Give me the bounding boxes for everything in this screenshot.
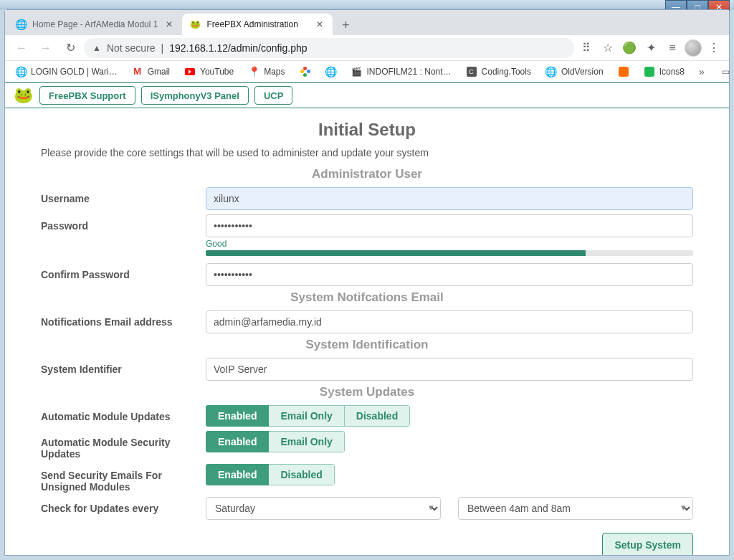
- setup-system-button[interactable]: Setup System: [602, 533, 693, 555]
- page-title: Initial Setup: [41, 120, 693, 140]
- coding-tools-icon: C: [466, 66, 477, 77]
- freepbx-logo-icon: 🐸: [12, 85, 34, 106]
- bookmark-item[interactable]: Icons8: [638, 63, 690, 80]
- row-password: Password Good: [41, 214, 693, 259]
- notification-email-input[interactable]: [206, 310, 693, 333]
- label-auto-module-updates: Automatic Module Updates: [41, 405, 206, 422]
- site-icon: [618, 66, 629, 77]
- colorful-icon: [300, 66, 311, 77]
- bookmark-label: Maps: [264, 67, 285, 77]
- toggle-option-enabled[interactable]: Enabled: [206, 405, 269, 427]
- system-identifier-input[interactable]: [206, 358, 693, 381]
- chrome-menu-button[interactable]: ⋮: [705, 39, 723, 57]
- bookmark-item[interactable]: MGmail: [126, 63, 176, 80]
- gmail-icon: M: [132, 66, 143, 77]
- security-status: Not secure: [107, 42, 156, 54]
- username-input[interactable]: [206, 187, 693, 210]
- page-content: Initial Setup Please provide the core se…: [5, 108, 729, 555]
- bookmark-item[interactable]: 🎬INDOFILM21 : Nont…: [345, 63, 457, 80]
- submit-row: Setup System: [41, 533, 693, 555]
- label-confirm-password: Confirm Password: [41, 263, 206, 280]
- insecure-icon: ▲: [92, 43, 101, 53]
- toggle-option-disabled[interactable]: Disabled: [269, 464, 334, 485]
- row-username: Username: [41, 187, 693, 210]
- tab-title: FreePBX Administration: [206, 19, 308, 29]
- nav-back-button[interactable]: ←: [11, 37, 32, 59]
- bookmark-item[interactable]: 🌐OldVersion: [540, 63, 609, 80]
- app-header: 🐸 FreePBX Support ISymphonyV3 Panel UCP: [5, 82, 729, 108]
- translate-icon[interactable]: ⠿: [577, 39, 596, 57]
- maps-pin-icon: 📍: [248, 66, 259, 77]
- icons8-icon: [644, 66, 655, 77]
- bookmark-label: LOGIN GOLD | Wari…: [31, 67, 118, 77]
- globe-icon: 🌐: [325, 66, 337, 77]
- toggle-option-enabled[interactable]: Enabled: [206, 464, 269, 485]
- nav-forward-button[interactable]: →: [35, 37, 57, 59]
- bookmarks-overflow-button[interactable]: »: [693, 63, 710, 80]
- password-strength-meter: [206, 250, 693, 256]
- extensions-puzzle-icon[interactable]: ✦: [642, 39, 660, 57]
- playlist-icon[interactable]: ≡: [663, 39, 682, 57]
- check-day-select[interactable]: Saturday: [206, 497, 441, 520]
- bookmark-item[interactable]: 🌐LOGIN GOLD | Wari…: [9, 63, 123, 80]
- toggle-option-disabled[interactable]: Disabled: [345, 405, 410, 427]
- reading-list-icon: ▭: [722, 67, 730, 77]
- page-viewport[interactable]: 🐸 FreePBX Support ISymphonyV3 Panel UCP …: [5, 82, 729, 555]
- bookmark-item[interactable]: [294, 63, 317, 80]
- url-separator: |: [161, 42, 164, 54]
- bookmark-item[interactable]: 🌐: [320, 63, 343, 80]
- row-notification-email: Notifications Email address: [41, 310, 693, 333]
- profile-avatar[interactable]: [685, 39, 702, 57]
- confirm-password-input[interactable]: [206, 263, 693, 286]
- bookmark-label: Icons8: [659, 67, 685, 77]
- bookmark-item[interactable]: [612, 63, 635, 80]
- window-titlebar: [0, 0, 734, 9]
- label-check-updates: Check for Updates every: [41, 497, 206, 514]
- section-header-admin: Administrator User: [41, 167, 693, 181]
- globe-icon: 🌐: [15, 19, 27, 30]
- row-confirm-password: Confirm Password: [41, 263, 693, 286]
- reading-list-button[interactable]: ▭ Reading list: [716, 59, 734, 85]
- bookmark-label: OldVersion: [561, 67, 604, 77]
- toggle-option-email-only[interactable]: Email Only: [269, 405, 344, 427]
- url-text: 192.168.1.12/admin/config.php: [169, 42, 307, 54]
- row-auto-security-updates: Automatic Module Security Updates Enable…: [41, 431, 693, 460]
- youtube-icon: [184, 66, 196, 77]
- tab-close-button[interactable]: ✕: [163, 19, 175, 30]
- nav-freepbx-support[interactable]: FreePBX Support: [39, 86, 135, 105]
- bookmark-item[interactable]: CCoding.Tools: [460, 63, 537, 80]
- bookmark-item[interactable]: YouTube: [178, 63, 239, 80]
- site-icon: 🎬: [351, 66, 363, 77]
- toggle-send-security-emails: Enabled Disabled: [206, 464, 335, 485]
- nav-reload-button[interactable]: ↻: [59, 37, 81, 59]
- nav-isymphony-panel[interactable]: ISymphonyV3 Panel: [141, 86, 249, 105]
- nav-ucp[interactable]: UCP: [254, 86, 292, 105]
- label-password: Password: [41, 214, 206, 232]
- chevron-right-icon: »: [699, 66, 705, 77]
- password-input[interactable]: [206, 214, 693, 237]
- tab-close-button[interactable]: ✕: [314, 19, 325, 30]
- toggle-auto-security-updates: Enabled Email Only: [206, 431, 345, 452]
- globe-icon: 🌐: [15, 66, 27, 77]
- browser-tab-active[interactable]: 🐸 FreePBX Administration ✕: [182, 14, 333, 35]
- label-username: Username: [41, 187, 206, 204]
- address-bar: ← → ↻ ▲ Not secure | 192.168.1.12/admin/…: [5, 35, 729, 61]
- extension-icon[interactable]: 🟢: [620, 39, 639, 57]
- bookmark-star-icon[interactable]: ☆: [599, 39, 617, 57]
- url-field[interactable]: ▲ Not secure | 192.168.1.12/admin/config…: [84, 38, 574, 58]
- toggle-option-enabled[interactable]: Enabled: [206, 431, 269, 452]
- section-header-updates: System Updates: [41, 385, 693, 399]
- frog-icon: 🐸: [189, 19, 201, 30]
- bookmark-label: YouTube: [200, 67, 234, 77]
- check-time-select[interactable]: Between 4am and 8am: [458, 497, 693, 520]
- bookmark-label: Coding.Tools: [482, 67, 531, 77]
- label-notification-email: Notifications Email address: [41, 310, 206, 328]
- page-lead: Please provide the core settings that wi…: [41, 147, 693, 158]
- row-send-security-emails: Send Security Emails For Unsigned Module…: [41, 464, 693, 493]
- toggle-option-email-only[interactable]: Email Only: [269, 431, 344, 452]
- tab-title: Home Page - ArfAMedia Modul 1: [32, 19, 158, 29]
- password-strength-label: Good: [206, 239, 693, 249]
- browser-tab[interactable]: 🌐 Home Page - ArfAMedia Modul 1 ✕: [8, 14, 182, 35]
- new-tab-button[interactable]: +: [335, 15, 356, 35]
- bookmark-item[interactable]: 📍Maps: [242, 63, 290, 80]
